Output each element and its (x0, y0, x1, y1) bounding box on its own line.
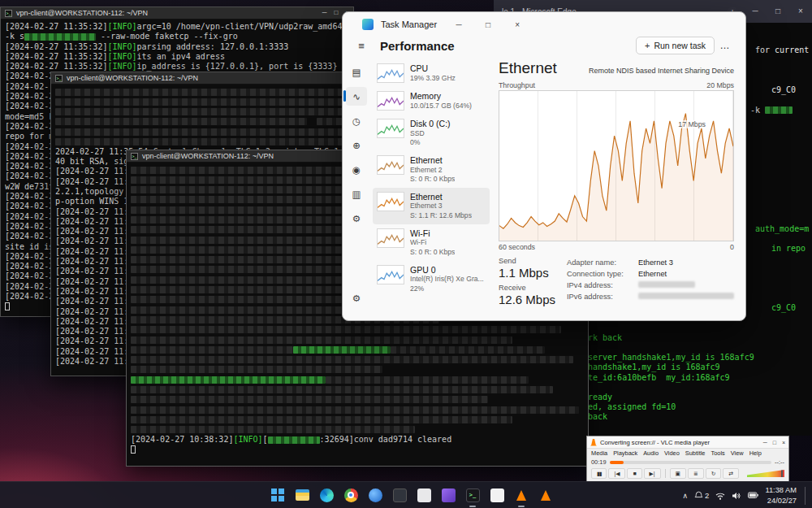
vlc-menu-help[interactable]: Help (749, 449, 762, 457)
app-dark-icon[interactable] (390, 485, 409, 505)
perf-item-sub: Intel(R) Iris(R) Xe Gra... (410, 275, 484, 284)
app-light-icon[interactable] (414, 485, 434, 505)
task-manager-titlebar[interactable]: Task Manager ─ □ × (343, 12, 745, 37)
terminal-text: [2024-02- (5, 82, 49, 91)
minimize-icon[interactable]: ─ (744, 0, 767, 23)
playlist-button[interactable] (688, 468, 704, 479)
terminal-title: vpn-client@WORKSTATION-112: ~/VPN (142, 152, 274, 160)
page-title: Performance (380, 39, 455, 53)
perf-item-memory[interactable]: Memory10.0/15.7 GB (64%) (373, 87, 490, 115)
previous-button[interactable] (608, 468, 625, 479)
battery-icon[interactable] (748, 492, 758, 499)
perf-item-cpu[interactable]: CPU19% 3.39 GHz (373, 59, 490, 87)
vlc-menu-tools[interactable]: Tools (710, 449, 724, 457)
terminal-line: te_id:6a10befb my_id:168afc9 (588, 373, 810, 383)
terminal-line (131, 385, 584, 395)
minimize-icon[interactable]: ─ (444, 14, 473, 35)
maximize-icon[interactable]: □ (767, 0, 789, 23)
maximize-icon[interactable]: □ (773, 440, 776, 445)
window-controls[interactable]: ─ □ × (444, 14, 532, 35)
perf-item-sub: S: 0 R: 0 Kbps (410, 248, 455, 257)
terminal-text: c9_C0 (771, 85, 796, 94)
settings-icon[interactable] (346, 289, 367, 307)
loop-button[interactable] (706, 468, 722, 479)
perf-item-ethernet-3[interactable]: EthernetEthernet 3S: 1.1 R: 12.6 Mbps (373, 188, 490, 224)
window-controls[interactable]: ─□× (763, 440, 785, 445)
close-icon[interactable]: × (782, 440, 785, 445)
nav-app-history-icon[interactable] (346, 111, 367, 130)
perf-item-sub: Wi-Fi (410, 238, 455, 247)
send-value: 1.1 Mbps (499, 266, 567, 280)
redacted-text (391, 346, 545, 354)
stop-button[interactable] (627, 468, 641, 479)
nav-users-icon[interactable] (346, 160, 367, 179)
seek-bar[interactable] (610, 461, 772, 464)
throughput-line-chart (499, 91, 733, 241)
volume-slider[interactable] (747, 470, 784, 477)
nav-services-icon[interactable] (346, 209, 367, 228)
minimize-icon[interactable]: ─ (763, 440, 767, 445)
vlc-controls (587, 467, 788, 479)
terminal-text: parsing address: 127.0.0.1:3333 (137, 42, 289, 51)
vlc-menu-video[interactable]: Video (664, 449, 680, 457)
close-icon[interactable]: × (789, 0, 812, 23)
scale-top-label: 20 Mbps (706, 81, 734, 89)
app-purple-icon[interactable] (438, 485, 458, 505)
chrome-icon[interactable] (341, 485, 361, 505)
terminal-title: vpn-client@WORKSTATION-112: ~/VPN (16, 9, 148, 17)
menu-icon[interactable] (349, 40, 374, 52)
vlc-menu-subtitle[interactable]: Subtitle (685, 449, 706, 457)
terminal-icon[interactable] (463, 485, 482, 505)
terminal-titlebar[interactable]: vpn-client@WORKSTATION-112: ~/VPN (1, 7, 353, 20)
fullscreen-button[interactable] (670, 468, 686, 479)
perf-item-disk-0[interactable]: Disk 0 (C:)SSD0% (373, 115, 490, 151)
vlc-menu-media[interactable]: Media (591, 449, 607, 457)
terminal-title: vpn-client@WORKSTATION-112: ~/VPN (67, 74, 198, 82)
app-white-icon[interactable] (487, 485, 507, 505)
terminal-text: back (588, 412, 607, 421)
maximize-icon[interactable]: □ (473, 14, 503, 35)
vlc-titlebar[interactable]: Converting screen:// - VLC media player … (587, 436, 788, 449)
pause-button[interactable] (591, 468, 607, 479)
taskbar-clock[interactable]: 11:38 AM 24/02/27 (765, 485, 797, 505)
next-button[interactable] (644, 468, 661, 479)
nav-processes-icon[interactable] (346, 63, 367, 81)
nav-details-icon[interactable] (346, 185, 367, 203)
vlc-icon[interactable] (512, 485, 531, 505)
random-button[interactable] (723, 468, 739, 479)
vlc-window: Converting screen:// - VLC media player … (586, 436, 789, 482)
perf-item-wifi[interactable]: Wi-FiWi-FiS: 0 R: 0 Kbps (373, 224, 490, 261)
notification-count[interactable]: 2 (694, 491, 709, 500)
perf-item-sub: 10.0/15.7 GB (64%) (410, 102, 472, 111)
nav-startup-apps-icon[interactable] (346, 136, 367, 154)
hidden-icons-chevron-icon[interactable] (683, 492, 689, 500)
terminal-text: [2024-02-2 (5, 102, 54, 111)
wifi-icon[interactable] (715, 492, 725, 500)
vlc-window-title: Converting screen:// - VLC media player (600, 439, 710, 446)
terminal-text: --raw-mode faketcp --fix-gro (96, 32, 238, 41)
cone-icon[interactable] (536, 485, 555, 505)
redacted-ipv6-value (638, 293, 734, 299)
nav-performance-icon[interactable] (346, 87, 367, 106)
run-new-task-button[interactable]: Run new task (636, 37, 715, 54)
perf-item-gpu-0[interactable]: GPU 0Intel(R) Iris(R) Xe Gra...22% (373, 261, 490, 297)
start-icon[interactable] (268, 485, 287, 505)
close-icon[interactable]: × (503, 14, 532, 35)
volume-icon[interactable] (732, 492, 741, 500)
vlc-menu-audio[interactable]: Audio (643, 449, 659, 457)
redacted-text (131, 396, 488, 403)
vlc-menu-playback[interactable]: Playback (613, 449, 637, 457)
terminal-line: -k s --raw-mode faketcp --fix-gro (5, 32, 349, 41)
terminal-cursor (131, 445, 136, 454)
file-explorer-icon[interactable] (292, 485, 312, 505)
terminal-text: :32694]conv dad9714 cleared (320, 435, 452, 444)
elapsed-time: 00:19 (591, 458, 607, 466)
browser-icon[interactable] (365, 485, 385, 505)
more-options-icon[interactable]: … (715, 40, 736, 51)
show-desktop-button[interactable] (805, 487, 807, 505)
vlc-menu-view[interactable]: View (731, 449, 744, 457)
x-axis-right-label: 0 (730, 243, 734, 251)
edge-icon[interactable] (317, 485, 336, 505)
perf-item-ethernet-2[interactable]: EthernetEthernet 2S: 0 R: 0 Kbps (373, 151, 490, 188)
terminal-line (131, 365, 584, 375)
